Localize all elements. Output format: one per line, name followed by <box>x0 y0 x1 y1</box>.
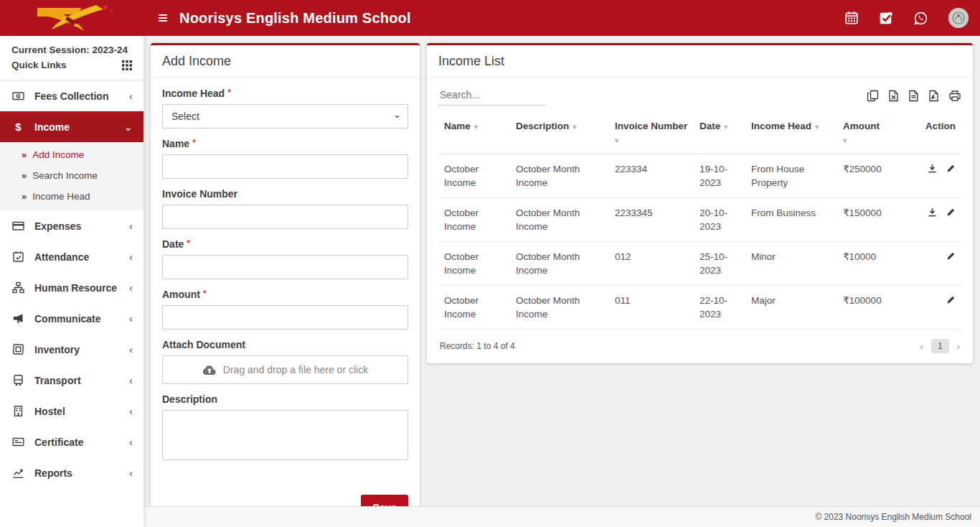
field-label-text: Invoice Number <box>162 188 237 200</box>
sidebar-item-label: Communicate <box>34 313 129 325</box>
cell-income-head: From Business <box>745 198 837 242</box>
next-page-icon[interactable]: › <box>957 341 960 352</box>
page-number[interactable]: 1 <box>931 339 949 353</box>
sidebar-item-fees-collection[interactable]: Fees Collection ‹ <box>0 80 143 111</box>
income-head-select[interactable]: Select <box>162 104 408 129</box>
cell-income-head: Major <box>745 286 837 330</box>
sidebar-nav: Fees Collection ‹ $ Income ⌄ » Add Incom… <box>0 80 143 527</box>
column-header-income-head[interactable]: Income Head▾ <box>745 115 837 154</box>
main-area: Add Income Income Head * Select <box>143 36 980 527</box>
sidebar-item-label: Inventory <box>34 344 129 355</box>
whatsapp-icon[interactable] <box>913 11 928 26</box>
required-marker: * <box>203 289 207 299</box>
money-bill-icon <box>11 90 25 102</box>
copy-icon[interactable] <box>867 90 879 102</box>
sidebar-item-hostel[interactable]: Hostel ‹ <box>0 396 143 426</box>
description-label: Description <box>162 393 408 405</box>
sidebar-item-income[interactable]: $ Income ⌄ <box>0 111 143 142</box>
grid-icon[interactable] <box>122 60 132 70</box>
list-toolbar <box>438 86 961 106</box>
cell-amount: ₹100000 <box>837 286 918 330</box>
table-row: October Income October Month Income 011 … <box>438 286 961 330</box>
school-logo[interactable] <box>0 0 143 36</box>
income-head-group: Income Head * Select ⌄ <box>162 88 408 129</box>
description-field[interactable] <box>162 410 408 460</box>
add-income-title: Add Income <box>151 45 420 78</box>
invoice-number-field[interactable] <box>162 205 408 229</box>
edit-icon[interactable] <box>946 295 956 304</box>
sidebar-item-attendance[interactable]: Attendance ‹ <box>0 241 143 272</box>
app-root: ≡ Noorisys English Medium School <box>0 0 980 527</box>
sidebar-item-label: Human Resource <box>34 282 129 294</box>
export-excel-icon[interactable] <box>888 90 899 102</box>
download-icon[interactable] <box>928 207 937 217</box>
submenu-item-search-income[interactable]: » Search Income <box>0 165 143 186</box>
income-head-label: Income Head * <box>162 88 408 99</box>
cell-amount: ₹10000 <box>837 242 918 286</box>
name-field[interactable] <box>162 154 408 179</box>
field-label-text: Date <box>162 238 184 250</box>
sidebar-item-expenses[interactable]: Expenses ‹ <box>0 210 143 241</box>
column-header-text: Date <box>699 121 720 131</box>
sort-icon: ▾ <box>843 136 912 144</box>
submenu-item-income-head[interactable]: » Income Head <box>0 186 143 207</box>
bus-icon <box>11 374 25 386</box>
column-header-invoice-number[interactable]: Invoice Number▾ <box>609 115 694 154</box>
file-dropzone[interactable]: Drag and drop a file here or click <box>162 355 408 384</box>
description-group: Description <box>162 393 408 463</box>
submenu-item-label: Income Head <box>32 191 90 202</box>
edit-icon[interactable] <box>946 164 956 173</box>
prev-page-icon[interactable]: ‹ <box>920 341 923 352</box>
app-header: ≡ Noorisys English Medium School <box>0 0 980 36</box>
cell-description: October Month Income <box>510 198 609 242</box>
search-input[interactable] <box>438 86 546 106</box>
export-csv-icon[interactable] <box>908 90 919 102</box>
chevron-left-icon: ‹ <box>129 344 133 355</box>
column-header-name[interactable]: Name▾ <box>438 115 510 154</box>
date-field[interactable] <box>162 255 408 279</box>
column-header-text: Income Head <box>751 121 811 131</box>
edit-icon[interactable] <box>946 207 956 217</box>
sidebar-item-human-resource[interactable]: Human Resource ‹ <box>0 272 143 303</box>
chevron-left-icon: ‹ <box>129 375 133 386</box>
sidebar-item-inventory[interactable]: Inventory ‹ <box>0 334 143 365</box>
row-actions <box>923 250 956 261</box>
date-group: Date * <box>162 238 408 279</box>
download-icon[interactable] <box>928 164 937 173</box>
calendar-icon[interactable] <box>844 11 859 25</box>
name-group: Name * <box>162 138 408 179</box>
chevron-left-icon: ‹ <box>129 313 133 324</box>
tasks-icon[interactable] <box>879 11 893 25</box>
edit-icon[interactable] <box>946 251 956 261</box>
amount-field[interactable] <box>162 305 408 330</box>
column-header-description[interactable]: Description▾ <box>510 115 609 154</box>
sidebar-item-transport[interactable]: Transport ‹ <box>0 365 143 396</box>
sidebar-item-reports[interactable]: Reports ‹ <box>0 457 143 488</box>
row-actions <box>923 206 956 217</box>
menu-toggle-icon[interactable]: ≡ <box>158 9 168 27</box>
chevron-down-icon: ⌄ <box>123 121 133 132</box>
cell-date: 25-10-2023 <box>694 242 745 286</box>
export-pdf-icon[interactable] <box>928 90 939 102</box>
income-list-title: Income List <box>427 45 973 78</box>
export-buttons <box>867 90 961 106</box>
income-table: Name▾ Description▾ Invoice Number▾ Date▾… <box>438 115 961 330</box>
field-label-text: Name <box>162 138 189 149</box>
submenu-item-add-income[interactable]: » Add Income <box>0 144 143 165</box>
column-header-amount[interactable]: Amount▾ <box>837 115 918 154</box>
table-row: October Income October Month Income 2233… <box>438 154 961 198</box>
amount-group: Amount * <box>162 289 408 330</box>
print-icon[interactable] <box>948 90 961 102</box>
column-header-date[interactable]: Date▾ <box>694 115 745 154</box>
sidebar-item-label: Hostel <box>34 406 129 417</box>
required-marker: * <box>187 238 190 248</box>
column-header-text: Name <box>444 121 471 131</box>
avatar[interactable] <box>948 8 969 28</box>
required-marker: * <box>227 88 231 98</box>
chevron-left-icon: ‹ <box>129 282 133 293</box>
chart-line-icon <box>11 467 25 479</box>
required-marker: * <box>192 138 196 148</box>
sidebar-item-communicate[interactable]: Communicate ‹ <box>0 303 143 334</box>
sidebar-item-certificate[interactable]: Certificate ‹ <box>0 426 143 457</box>
add-income-form: Income Head * Select ⌄ <box>151 78 420 527</box>
